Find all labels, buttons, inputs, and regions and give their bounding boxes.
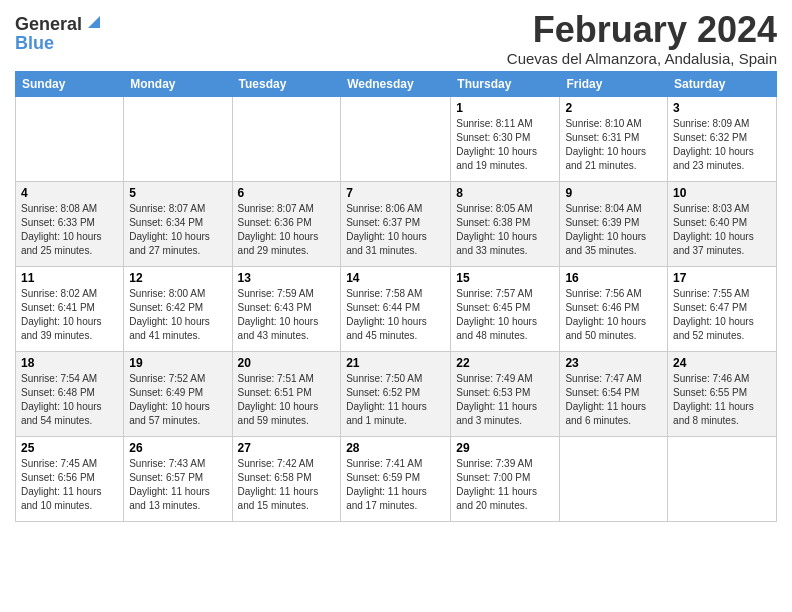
day-number: 15 — [456, 271, 554, 285]
day-info: Sunrise: 7:58 AM Sunset: 6:44 PM Dayligh… — [346, 287, 445, 343]
day-number: 8 — [456, 186, 554, 200]
empty-cell — [16, 96, 124, 181]
day-cell-20: 20Sunrise: 7:51 AM Sunset: 6:51 PM Dayli… — [232, 351, 341, 436]
day-cell-11: 11Sunrise: 8:02 AM Sunset: 6:41 PM Dayli… — [16, 266, 124, 351]
empty-cell — [560, 436, 668, 521]
subtitle: Cuevas del Almanzora, Andalusia, Spain — [507, 50, 777, 67]
day-number: 5 — [129, 186, 226, 200]
day-info: Sunrise: 7:56 AM Sunset: 6:46 PM Dayligh… — [565, 287, 662, 343]
day-info: Sunrise: 8:08 AM Sunset: 6:33 PM Dayligh… — [21, 202, 118, 258]
day-info: Sunrise: 8:06 AM Sunset: 6:37 PM Dayligh… — [346, 202, 445, 258]
calendar-header: SundayMondayTuesdayWednesdayThursdayFrid… — [16, 71, 777, 96]
day-number: 27 — [238, 441, 336, 455]
day-info: Sunrise: 7:47 AM Sunset: 6:54 PM Dayligh… — [565, 372, 662, 428]
header-wednesday: Wednesday — [341, 71, 451, 96]
empty-cell — [124, 96, 232, 181]
day-number: 24 — [673, 356, 771, 370]
day-info: Sunrise: 7:49 AM Sunset: 6:53 PM Dayligh… — [456, 372, 554, 428]
day-cell-9: 9Sunrise: 8:04 AM Sunset: 6:39 PM Daylig… — [560, 181, 668, 266]
header-monday: Monday — [124, 71, 232, 96]
day-cell-28: 28Sunrise: 7:41 AM Sunset: 6:59 PM Dayli… — [341, 436, 451, 521]
day-number: 21 — [346, 356, 445, 370]
day-cell-5: 5Sunrise: 8:07 AM Sunset: 6:34 PM Daylig… — [124, 181, 232, 266]
day-cell-23: 23Sunrise: 7:47 AM Sunset: 6:54 PM Dayli… — [560, 351, 668, 436]
day-info: Sunrise: 7:55 AM Sunset: 6:47 PM Dayligh… — [673, 287, 771, 343]
day-info: Sunrise: 7:39 AM Sunset: 7:00 PM Dayligh… — [456, 457, 554, 513]
day-cell-2: 2Sunrise: 8:10 AM Sunset: 6:31 PM Daylig… — [560, 96, 668, 181]
day-number: 7 — [346, 186, 445, 200]
day-number: 3 — [673, 101, 771, 115]
day-number: 13 — [238, 271, 336, 285]
day-cell-14: 14Sunrise: 7:58 AM Sunset: 6:44 PM Dayli… — [341, 266, 451, 351]
day-cell-10: 10Sunrise: 8:03 AM Sunset: 6:40 PM Dayli… — [668, 181, 777, 266]
day-info: Sunrise: 8:09 AM Sunset: 6:32 PM Dayligh… — [673, 117, 771, 173]
day-cell-27: 27Sunrise: 7:42 AM Sunset: 6:58 PM Dayli… — [232, 436, 341, 521]
day-number: 23 — [565, 356, 662, 370]
logo-icon — [84, 14, 100, 30]
day-cell-15: 15Sunrise: 7:57 AM Sunset: 6:45 PM Dayli… — [451, 266, 560, 351]
day-info: Sunrise: 7:50 AM Sunset: 6:52 PM Dayligh… — [346, 372, 445, 428]
day-info: Sunrise: 8:11 AM Sunset: 6:30 PM Dayligh… — [456, 117, 554, 173]
day-cell-19: 19Sunrise: 7:52 AM Sunset: 6:49 PM Dayli… — [124, 351, 232, 436]
day-number: 19 — [129, 356, 226, 370]
day-info: Sunrise: 7:45 AM Sunset: 6:56 PM Dayligh… — [21, 457, 118, 513]
day-number: 14 — [346, 271, 445, 285]
day-info: Sunrise: 8:00 AM Sunset: 6:42 PM Dayligh… — [129, 287, 226, 343]
day-number: 16 — [565, 271, 662, 285]
day-info: Sunrise: 8:10 AM Sunset: 6:31 PM Dayligh… — [565, 117, 662, 173]
header-friday: Friday — [560, 71, 668, 96]
day-info: Sunrise: 7:46 AM Sunset: 6:55 PM Dayligh… — [673, 372, 771, 428]
day-info: Sunrise: 7:41 AM Sunset: 6:59 PM Dayligh… — [346, 457, 445, 513]
day-info: Sunrise: 7:43 AM Sunset: 6:57 PM Dayligh… — [129, 457, 226, 513]
day-cell-18: 18Sunrise: 7:54 AM Sunset: 6:48 PM Dayli… — [16, 351, 124, 436]
header-tuesday: Tuesday — [232, 71, 341, 96]
week-row: 1Sunrise: 8:11 AM Sunset: 6:30 PM Daylig… — [16, 96, 777, 181]
main-title: February 2024 — [507, 10, 777, 50]
day-number: 28 — [346, 441, 445, 455]
day-cell-3: 3Sunrise: 8:09 AM Sunset: 6:32 PM Daylig… — [668, 96, 777, 181]
header-saturday: Saturday — [668, 71, 777, 96]
day-number: 6 — [238, 186, 336, 200]
day-number: 26 — [129, 441, 226, 455]
day-cell-25: 25Sunrise: 7:45 AM Sunset: 6:56 PM Dayli… — [16, 436, 124, 521]
empty-cell — [668, 436, 777, 521]
day-info: Sunrise: 7:51 AM Sunset: 6:51 PM Dayligh… — [238, 372, 336, 428]
day-cell-16: 16Sunrise: 7:56 AM Sunset: 6:46 PM Dayli… — [560, 266, 668, 351]
header-sunday: Sunday — [16, 71, 124, 96]
week-row: 4Sunrise: 8:08 AM Sunset: 6:33 PM Daylig… — [16, 181, 777, 266]
day-number: 2 — [565, 101, 662, 115]
day-cell-29: 29Sunrise: 7:39 AM Sunset: 7:00 PM Dayli… — [451, 436, 560, 521]
day-number: 17 — [673, 271, 771, 285]
logo: General Blue — [15, 14, 100, 52]
day-number: 10 — [673, 186, 771, 200]
day-info: Sunrise: 8:05 AM Sunset: 6:38 PM Dayligh… — [456, 202, 554, 258]
day-number: 12 — [129, 271, 226, 285]
logo-blue-text: Blue — [15, 34, 54, 52]
day-info: Sunrise: 8:07 AM Sunset: 6:36 PM Dayligh… — [238, 202, 336, 258]
day-cell-4: 4Sunrise: 8:08 AM Sunset: 6:33 PM Daylig… — [16, 181, 124, 266]
day-cell-8: 8Sunrise: 8:05 AM Sunset: 6:38 PM Daylig… — [451, 181, 560, 266]
day-number: 11 — [21, 271, 118, 285]
day-cell-12: 12Sunrise: 8:00 AM Sunset: 6:42 PM Dayli… — [124, 266, 232, 351]
day-info: Sunrise: 7:54 AM Sunset: 6:48 PM Dayligh… — [21, 372, 118, 428]
day-info: Sunrise: 7:57 AM Sunset: 6:45 PM Dayligh… — [456, 287, 554, 343]
calendar-table: SundayMondayTuesdayWednesdayThursdayFrid… — [15, 71, 777, 522]
empty-cell — [232, 96, 341, 181]
day-number: 4 — [21, 186, 118, 200]
day-cell-24: 24Sunrise: 7:46 AM Sunset: 6:55 PM Dayli… — [668, 351, 777, 436]
day-cell-1: 1Sunrise: 8:11 AM Sunset: 6:30 PM Daylig… — [451, 96, 560, 181]
day-number: 20 — [238, 356, 336, 370]
title-section: February 2024 Cuevas del Almanzora, Anda… — [507, 10, 777, 67]
week-row: 11Sunrise: 8:02 AM Sunset: 6:41 PM Dayli… — [16, 266, 777, 351]
header-thursday: Thursday — [451, 71, 560, 96]
day-info: Sunrise: 8:03 AM Sunset: 6:40 PM Dayligh… — [673, 202, 771, 258]
day-cell-6: 6Sunrise: 8:07 AM Sunset: 6:36 PM Daylig… — [232, 181, 341, 266]
day-cell-13: 13Sunrise: 7:59 AM Sunset: 6:43 PM Dayli… — [232, 266, 341, 351]
day-cell-26: 26Sunrise: 7:43 AM Sunset: 6:57 PM Dayli… — [124, 436, 232, 521]
day-cell-17: 17Sunrise: 7:55 AM Sunset: 6:47 PM Dayli… — [668, 266, 777, 351]
week-row: 18Sunrise: 7:54 AM Sunset: 6:48 PM Dayli… — [16, 351, 777, 436]
week-row: 25Sunrise: 7:45 AM Sunset: 6:56 PM Dayli… — [16, 436, 777, 521]
day-number: 25 — [21, 441, 118, 455]
day-number: 1 — [456, 101, 554, 115]
day-info: Sunrise: 7:59 AM Sunset: 6:43 PM Dayligh… — [238, 287, 336, 343]
